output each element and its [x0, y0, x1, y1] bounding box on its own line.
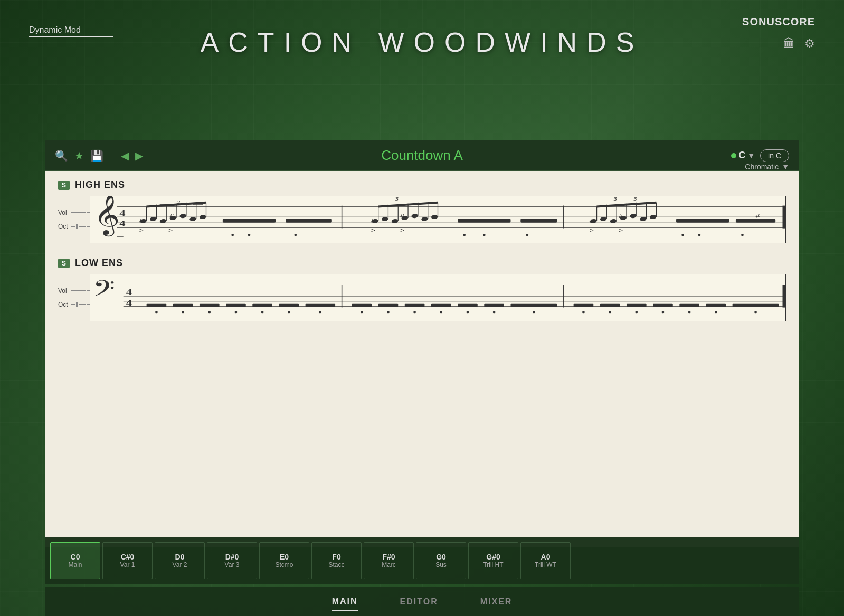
- key-item-d0[interactable]: D0Var 2: [155, 542, 205, 579]
- settings-icon[interactable]: ⚙: [804, 37, 815, 51]
- key-dot: [731, 153, 736, 158]
- svg-text:3: 3: [395, 196, 399, 202]
- svg-rect-137: [706, 304, 726, 307]
- svg-point-37: [248, 234, 251, 236]
- svg-text:4: 4: [119, 218, 125, 228]
- search-icon[interactable]: 🔍: [55, 149, 68, 162]
- low-oct-row: Oct: [58, 299, 90, 310]
- svg-rect-123: [484, 304, 504, 307]
- svg-point-41: [391, 219, 399, 224]
- svg-rect-104: [147, 304, 167, 307]
- low-ens-notation: 𝄢 4 4: [90, 274, 786, 321]
- key-item-f0[interactable]: F0Stacc: [311, 542, 362, 579]
- brand-logo: SONUSCORE: [742, 16, 815, 28]
- key-item-a0[interactable]: A0Trill WT: [520, 542, 571, 579]
- key-label[interactable]: C: [738, 150, 745, 161]
- key-articulation-6: Marc: [382, 561, 396, 568]
- arrow-left-icon[interactable]: ◀: [121, 149, 129, 162]
- key-item-e0[interactable]: E0Stcmo: [259, 542, 309, 579]
- save-icon[interactable]: 💾: [90, 149, 103, 162]
- svg-text:4: 4: [119, 208, 125, 218]
- vol-row: Vol: [58, 207, 90, 218]
- key-note-0: C0: [71, 553, 80, 561]
- high-ens-solo-badge[interactable]: S: [58, 181, 70, 190]
- key-indicator: C ▼: [731, 150, 755, 161]
- star-icon[interactable]: ★: [74, 149, 84, 162]
- key-item-gsharp0[interactable]: G#0Trill HT: [468, 542, 518, 579]
- svg-point-43: [411, 213, 419, 219]
- svg-text:4: 4: [126, 297, 132, 307]
- top-header: Dynamic Mod ACTION WOODWINDS SONUSCORE 🏛…: [0, 0, 844, 74]
- low-ens-name: LOW ENS: [75, 258, 123, 269]
- svg-rect-34: [223, 219, 276, 223]
- svg-rect-136: [679, 304, 699, 307]
- key-item-g0[interactable]: G0Sus: [416, 542, 466, 579]
- svg-rect-108: [252, 304, 272, 307]
- svg-point-142: [661, 311, 664, 313]
- svg-text:#: #: [619, 213, 623, 220]
- key-note-4: E0: [280, 553, 289, 561]
- svg-text:>: >: [619, 228, 623, 234]
- svg-point-116: [288, 311, 290, 313]
- svg-point-145: [754, 311, 757, 313]
- svg-point-60: [463, 234, 466, 236]
- svg-point-112: [182, 311, 184, 313]
- svg-point-86: [698, 234, 700, 236]
- high-ens-svg: 𝄞 4 4 3: [90, 196, 785, 243]
- header-icons: 🏛 ⚙: [783, 37, 815, 51]
- high-ens-name: HIGH ENS: [75, 179, 125, 191]
- key-note-2: D0: [175, 553, 185, 561]
- key-articulation-2: Var 2: [173, 561, 187, 568]
- key-dropdown-arrow[interactable]: ▼: [747, 151, 755, 160]
- high-ens-title-row: S HIGH ENS: [58, 179, 786, 191]
- svg-point-38: [294, 234, 297, 236]
- svg-text:>: >: [371, 228, 375, 234]
- oct-slider-marker: [76, 224, 78, 229]
- svg-rect-121: [431, 304, 451, 307]
- key-articulation-4: Stcmo: [275, 561, 293, 568]
- key-item-dsharp0[interactable]: D#0Var 3: [207, 542, 257, 579]
- section-divider: [45, 248, 799, 248]
- high-ens-notation: 𝄞 4 4 3: [90, 196, 786, 243]
- svg-text:#: #: [371, 217, 376, 224]
- svg-point-19: [179, 213, 187, 219]
- svg-point-45: [431, 214, 439, 220]
- svg-point-113: [208, 311, 211, 313]
- tab-main[interactable]: MAIN: [332, 592, 358, 611]
- svg-rect-106: [200, 304, 220, 307]
- low-oct-slider-marker: [76, 302, 78, 307]
- svg-rect-135: [653, 304, 673, 307]
- svg-point-111: [155, 311, 158, 313]
- low-ens-labels: Vol Oct: [58, 286, 90, 310]
- svg-rect-120: [405, 304, 425, 307]
- low-vol-label: Vol: [58, 287, 71, 295]
- tab-editor[interactable]: EDITOR: [400, 593, 438, 611]
- key-articulation-0: Main: [68, 561, 82, 568]
- low-ens-solo-badge[interactable]: S: [58, 259, 70, 268]
- svg-rect-35: [286, 219, 332, 223]
- arrow-right-icon[interactable]: ▶: [135, 149, 143, 162]
- key-item-fsharp0[interactable]: F#0Marc: [364, 542, 414, 579]
- toolbar-separator: [112, 149, 112, 162]
- high-ens-section: S HIGH ENS Vol Oct: [45, 171, 799, 248]
- high-ens-labels: Vol Oct: [58, 207, 90, 232]
- chromatic-dropdown-arrow[interactable]: ▼: [782, 163, 789, 171]
- preset-label[interactable]: Dynamic Mod: [29, 25, 113, 37]
- oct-slider-pre: [71, 226, 75, 227]
- svg-rect-59: [520, 219, 557, 223]
- score-content: S HIGH ENS Vol Oct: [45, 171, 799, 547]
- svg-point-129: [466, 311, 469, 313]
- bottom-tabs: MAINEDITORMIXER: [45, 587, 799, 616]
- tab-mixer[interactable]: MIXER: [480, 593, 513, 611]
- svg-text:4: 4: [126, 287, 132, 297]
- info-icon[interactable]: 🏛: [783, 37, 795, 51]
- low-ens-svg: 𝄢 4 4: [90, 274, 785, 321]
- key-note-3: D#0: [225, 553, 239, 561]
- key-note-5: F0: [332, 553, 340, 561]
- key-item-csharp0[interactable]: C#0Var 1: [102, 542, 153, 579]
- svg-point-62: [526, 234, 528, 236]
- in-c-badge[interactable]: in C: [760, 149, 789, 162]
- svg-point-128: [440, 311, 442, 313]
- svg-point-131: [533, 311, 535, 313]
- key-item-c0[interactable]: C0Main: [50, 542, 100, 579]
